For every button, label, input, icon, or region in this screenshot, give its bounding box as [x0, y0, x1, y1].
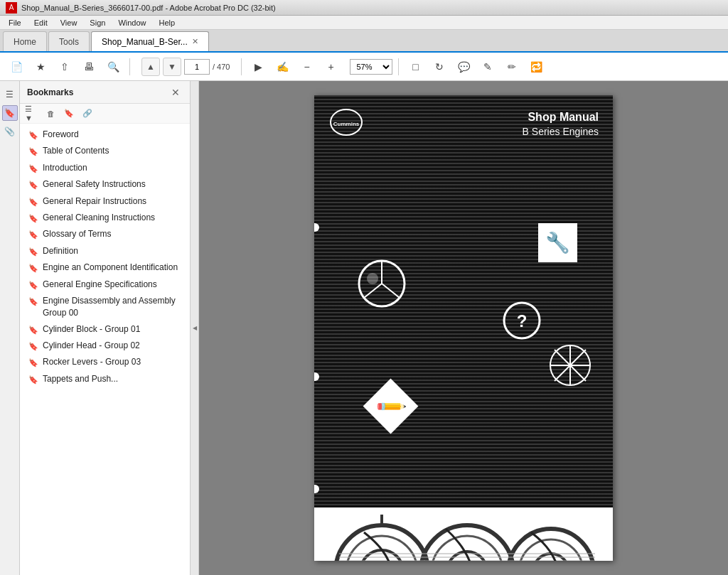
- page-number-input[interactable]: [184, 59, 210, 75]
- bookmarks-close-button[interactable]: ✕: [168, 85, 183, 100]
- bookmark-item-disassembly[interactable]: 🔖 Engine Disassembly and Assembly Group …: [20, 293, 190, 321]
- bookmark-label-disassembly: Engine Disassembly and Assembly Group 00: [43, 295, 184, 319]
- pdf-title-line2: B Series Engines: [523, 125, 599, 139]
- rotate-button[interactable]: ↻: [429, 56, 450, 77]
- upload-button[interactable]: ⇧: [54, 56, 75, 77]
- app-icon: A: [6, 2, 17, 14]
- bookmark-icon-disassembly: 🔖: [28, 296, 38, 307]
- bookmark-icon-engine-id: 🔖: [28, 263, 38, 274]
- svg-line-4: [382, 284, 400, 298]
- bookmark-list: 🔖 Foreword 🔖 Table of Contents 🔖 Introdu…: [20, 124, 190, 575]
- bookmark-item-repair[interactable]: 🔖 General Repair Instructions: [20, 193, 190, 210]
- select-tool-button[interactable]: ▶: [247, 56, 269, 77]
- tab-close-button[interactable]: ✕: [192, 37, 198, 46]
- bookmarks-add-button[interactable]: 🔖: [61, 106, 77, 122]
- bookmark-item-cylinder-head[interactable]: 🔖 Cylinder Head - Group 02: [20, 338, 190, 354]
- zoom-out-button[interactable]: −: [296, 56, 317, 77]
- bookmarks-header: Bookmarks ✕: [20, 81, 190, 104]
- menu-window[interactable]: Window: [112, 17, 151, 28]
- bookmark-item-introduction[interactable]: 🔖 Introduction: [20, 160, 190, 176]
- next-page-button[interactable]: ▼: [163, 58, 181, 76]
- svg-line-5: [364, 284, 382, 298]
- bookmark-item-engine-specs[interactable]: 🔖 General Engine Specifications: [20, 276, 190, 293]
- bookmarks-expand-button[interactable]: 🔗: [80, 106, 95, 122]
- sidebar-icon-attachments[interactable]: 📎: [2, 124, 18, 139]
- prev-page-button[interactable]: ▲: [141, 58, 160, 76]
- toolbar-separator-2: [241, 58, 242, 75]
- zoom-in-button[interactable]: +: [320, 56, 341, 77]
- bookmark-icon-definition: 🔖: [28, 247, 38, 257]
- sign-button[interactable]: ✏: [501, 56, 523, 77]
- bookmark-label-definition: Definition: [43, 245, 78, 257]
- bookmark-label-tappets: Tappets and Push...: [43, 373, 118, 385]
- share-button[interactable]: 🔁: [525, 56, 547, 77]
- bookmark-icon-repair: 🔖: [28, 197, 38, 208]
- bookmark-label-cylinder-head: Cylinder Head - Group 02: [43, 340, 140, 352]
- toolbar-separator-1: [129, 58, 130, 75]
- svg-point-24: [508, 529, 594, 561]
- bookmark-icon-glossary: 🔖: [28, 230, 38, 240]
- tab-tools[interactable]: Tools: [48, 31, 90, 51]
- bookmark-label-introduction: Introduction: [43, 162, 87, 174]
- pdf-page: Cummins Shop Manual B Series Engines 🔧: [314, 95, 613, 561]
- bookmarks-delete-button[interactable]: 🗑: [43, 106, 58, 122]
- bookmark-icon-engine-specs: 🔖: [28, 280, 38, 291]
- tab-document[interactable]: Shop_Manual_B-Ser... ✕: [91, 31, 209, 51]
- tab-bar: Home Tools Shop_Manual_B-Ser... ✕: [0, 30, 728, 53]
- bookmark-icon-introduction: 🔖: [28, 163, 38, 174]
- bookmark-item-toc[interactable]: 🔖 Table of Contents: [20, 143, 190, 159]
- zoom-area: 57% 25% 50% 75% 100% 150%: [350, 59, 392, 75]
- bookmark-label-repair: General Repair Instructions: [43, 195, 146, 208]
- svg-text:Cummins: Cummins: [333, 121, 360, 127]
- toolbar-separator-3: [398, 58, 399, 75]
- panel-collapse-handle[interactable]: ◀: [191, 81, 199, 575]
- pdf-lower-section: [314, 507, 613, 561]
- bookmark-item-engine-id[interactable]: 🔖 Engine an Component Identification: [20, 259, 190, 276]
- svg-point-16: [360, 550, 403, 561]
- bookmark-item-definition[interactable]: 🔖 Definition: [20, 243, 190, 259]
- window-title: Shop_Manual_B-Series_3666017-00.pdf - Ad…: [21, 4, 276, 12]
- hand-tool-button[interactable]: ✍: [272, 56, 293, 77]
- bookmark-item-cleaning[interactable]: 🔖 General Cleaning Instructions: [20, 210, 190, 226]
- engine-svg-drawing: [325, 511, 602, 561]
- bookmark-item-cylinder-block[interactable]: 🔖 Cylinder Block - Group 01: [20, 321, 190, 338]
- bookmarks-panel: Bookmarks ✕ ☰ ▼ 🗑 🔖 🔗 🔖 Foreword 🔖 Table…: [20, 81, 191, 575]
- pen-button[interactable]: ✎: [477, 56, 498, 77]
- tab-home[interactable]: Home: [3, 31, 47, 51]
- menu-bar: File Edit View Sign Window Help: [0, 16, 728, 30]
- bookmark-label-foreword: Foreword: [43, 129, 79, 141]
- bookmark-button[interactable]: ★: [30, 56, 51, 77]
- new-file-button[interactable]: 📄: [6, 56, 27, 77]
- bookmark-item-foreword[interactable]: 🔖 Foreword: [20, 127, 190, 143]
- menu-file[interactable]: File: [3, 17, 27, 28]
- menu-edit[interactable]: Edit: [28, 17, 53, 28]
- bookmark-icon-safety: 🔖: [28, 180, 38, 190]
- cover-wrench-icon: 🔧: [538, 223, 577, 262]
- svg-text:?: ?: [517, 311, 528, 331]
- cover-star-icon: [549, 344, 592, 387]
- sidebar-icon-pages[interactable]: ☰: [2, 87, 18, 102]
- bookmark-label-engine-specs: General Engine Specifications: [43, 279, 157, 291]
- bookmarks-options-button[interactable]: ☰ ▼: [24, 106, 40, 122]
- menu-view[interactable]: View: [55, 17, 83, 28]
- fit-page-button[interactable]: □: [405, 56, 426, 77]
- comment-button[interactable]: 💬: [453, 56, 474, 77]
- bookmark-item-rocker-levers[interactable]: 🔖 Rocker Levers - Group 03: [20, 354, 190, 370]
- page-total: / 470: [213, 63, 230, 71]
- menu-sign[interactable]: Sign: [84, 17, 111, 28]
- zoom-select[interactable]: 57% 25% 50% 75% 100% 150%: [350, 59, 392, 75]
- zoom-out-toolbar-button[interactable]: 🔍: [102, 56, 124, 77]
- print-button[interactable]: 🖶: [78, 56, 100, 77]
- sidebar-icon-bookmarks[interactable]: 🔖: [2, 105, 18, 121]
- bookmark-icon-cleaning: 🔖: [28, 213, 38, 224]
- bookmark-item-safety[interactable]: 🔖 General Safety Instructions: [20, 176, 190, 193]
- bookmark-label-toc: Table of Contents: [43, 145, 109, 157]
- menu-help[interactable]: Help: [154, 17, 181, 28]
- bookmark-item-glossary[interactable]: 🔖 Glossary of Terms: [20, 226, 190, 242]
- bookmark-item-tappets[interactable]: 🔖 Tappets and Push...: [20, 371, 190, 387]
- bookmark-icon-tappets: 🔖: [28, 375, 38, 385]
- bookmark-label-cleaning: General Cleaning Instructions: [43, 212, 155, 224]
- sidebar-icons: ☰ 🔖 📎: [0, 81, 20, 575]
- svg-point-6: [367, 273, 378, 284]
- cover-gear-icon: [357, 259, 407, 308]
